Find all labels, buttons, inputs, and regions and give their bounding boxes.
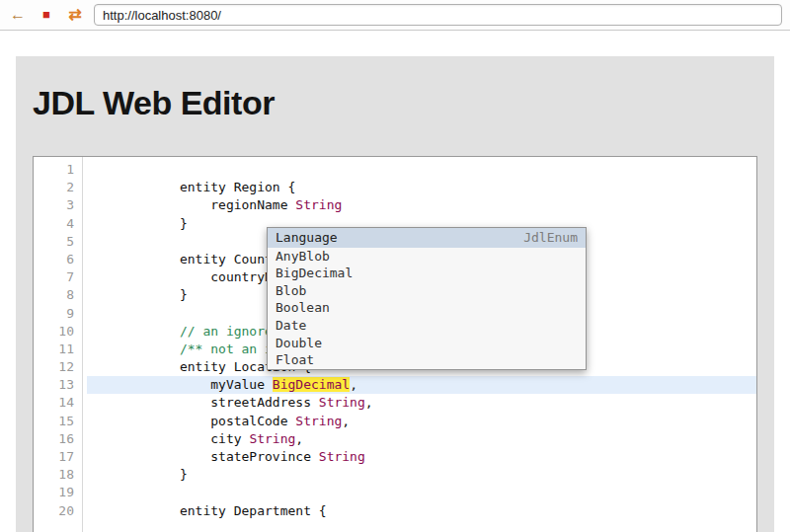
hint-list: AnyBlobBigDecimalBlobBooleanDateDoubleFl… <box>268 248 586 369</box>
page-title: JDL Web Editor <box>33 84 774 122</box>
line-number: 1 <box>34 161 74 179</box>
back-icon[interactable]: ← <box>8 5 28 25</box>
line-number: 5 <box>34 233 74 251</box>
code-segment-plain <box>87 342 180 356</box>
code-segment-type: String <box>295 414 342 428</box>
code-editor[interactable]: 1234567891011121314151617181920 entity R… <box>33 156 757 532</box>
line-number: 19 <box>34 484 74 501</box>
page-panel: JDL Web Editor 1234567891011121314151617… <box>16 56 774 532</box>
code-segment-plain: streetAddress <box>87 395 319 410</box>
code-segment-plain: , <box>342 414 350 428</box>
code-segment-plain: } <box>87 216 188 231</box>
hint-selected-label: Language <box>276 229 338 247</box>
hint-item[interactable]: BigDecimal <box>268 265 586 282</box>
code-line[interactable]: regionName String <box>87 196 756 214</box>
line-number: 9 <box>34 305 74 323</box>
code-segment-plain: , <box>365 395 373 410</box>
hint-item[interactable]: Blob <box>268 282 586 300</box>
hint-item[interactable]: Double <box>268 335 586 352</box>
line-number: 14 <box>34 394 74 412</box>
code-line[interactable] <box>87 161 756 179</box>
line-number: 7 <box>34 268 74 286</box>
line-number: 18 <box>34 466 74 484</box>
code-line[interactable]: myValue BigDecimal, <box>87 376 756 394</box>
code-segment-type: String <box>295 197 342 212</box>
code-line[interactable]: } <box>87 466 756 484</box>
code-segment-plain: , <box>295 431 303 446</box>
code-line[interactable]: entity Department { <box>87 502 756 520</box>
line-number: 3 <box>34 196 74 214</box>
code-line[interactable]: postalCode String, <box>87 413 756 430</box>
line-number: 8 <box>34 286 74 304</box>
code-segment-plain <box>87 324 180 339</box>
line-number: 17 <box>34 448 74 466</box>
line-number: 16 <box>34 430 74 448</box>
line-number: 10 <box>34 323 74 341</box>
code-segment-type: String <box>319 395 365 410</box>
code-segment-type: String <box>249 431 295 446</box>
line-number: 12 <box>34 358 74 376</box>
code-segment-plain: } <box>87 287 188 302</box>
code-line[interactable]: city String, <box>87 430 756 448</box>
browser-toolbar: ← ■ ⇄ http://localhost:8080/ <box>0 0 790 31</box>
code-segment-plain: entity Region { <box>87 180 295 194</box>
code-segment-plain: } <box>87 467 188 482</box>
hint-selected-item[interactable]: Language JdlEnum <box>268 228 586 248</box>
code-segment-plain: regionName <box>87 197 295 212</box>
url-text: http://localhost:8080/ <box>103 8 221 23</box>
autocomplete-popup: Language JdlEnum AnyBlobBigDecimalBlobBo… <box>267 227 587 370</box>
code-segment-type: String <box>319 449 365 464</box>
line-number: 2 <box>34 179 74 196</box>
line-number: 20 <box>34 502 74 520</box>
gutter: 1234567891011121314151617181920 <box>34 157 83 532</box>
url-bar[interactable]: http://localhost:8080/ <box>94 4 782 26</box>
code-segment-type-hl: BigDecimal <box>273 377 350 392</box>
line-number: 11 <box>34 341 74 358</box>
hint-item[interactable]: Date <box>268 317 586 335</box>
stop-icon[interactable]: ■ <box>37 5 56 25</box>
line-number: 4 <box>34 215 74 233</box>
code-segment-plain: , <box>350 377 357 392</box>
code-segment-plain: city <box>87 431 249 446</box>
code-line[interactable] <box>87 484 756 501</box>
hint-item[interactable]: Float <box>268 351 586 369</box>
line-number: 13 <box>34 376 74 394</box>
hint-selected-type: JdlEnum <box>523 229 578 247</box>
hint-item[interactable]: Boolean <box>268 299 586 317</box>
code-segment-plain: stateProvince <box>87 449 319 464</box>
code-line[interactable]: streetAddress String, <box>87 394 756 412</box>
line-number: 15 <box>34 413 74 430</box>
hint-item[interactable]: AnyBlob <box>268 248 586 266</box>
code-segment-plain: postalCode <box>87 414 295 428</box>
code-segment-plain: myValue <box>87 377 273 392</box>
code-line[interactable]: entity Region { <box>87 179 756 196</box>
refresh-icon[interactable]: ⇄ <box>65 5 85 25</box>
code-segment-plain: entity Department { <box>87 503 327 518</box>
line-number: 6 <box>34 251 74 268</box>
code-line[interactable]: stateProvince String <box>87 448 756 466</box>
